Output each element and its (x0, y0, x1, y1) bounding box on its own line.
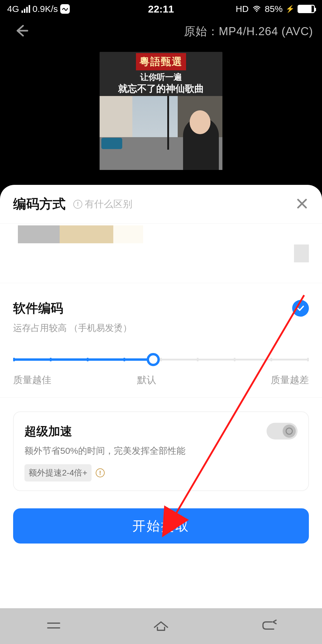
close-button[interactable] (295, 197, 309, 212)
nav-back-button[interactable] (259, 619, 278, 633)
quality-slider[interactable] (13, 353, 309, 366)
accel-subtitle: 额外节省50%的时间，完美发挥全部性能 (24, 445, 298, 457)
start-button-label: 开始提取 (132, 517, 190, 535)
original-format-label: 原始：MP4/H.264 (AVC) (184, 24, 313, 39)
back-button[interactable] (14, 23, 29, 39)
hd-label: HD (236, 4, 249, 14)
accel-title: 超级加速 (24, 423, 72, 439)
slider-labels: 质量越佳 默认 质量越差 (13, 374, 309, 387)
option-block (113, 225, 143, 243)
software-encode-title: 软件编码 (13, 300, 132, 317)
battery-percent: 85% (265, 4, 283, 14)
network-speed: 0.9K/s (32, 4, 58, 14)
start-extract-button[interactable]: 开始提取 (13, 508, 309, 544)
wifi-icon (252, 5, 262, 13)
slider-label-mid: 默认 (137, 374, 156, 387)
original-format-value: MP4/H.264 (AVC) (219, 25, 313, 38)
help-link[interactable]: ! 有什么区别 (73, 198, 132, 211)
sheet-header: 编码方式 ! 有什么区别 (0, 185, 322, 224)
status-left: 4G 0.9K/s (7, 4, 70, 14)
super-accel-card: 超级加速 额外节省50%的时间，完美发挥全部性能 额外提速2-4倍+ ! (13, 411, 309, 491)
status-right: HD 85% ⚡ (236, 4, 315, 14)
accel-badge: 额外提速2-4倍+ (24, 464, 92, 482)
status-bar: 4G 0.9K/s 22:11 HD 85% ⚡ (0, 0, 322, 18)
thumbnail-subtitle-1: 让你听一遍 (100, 72, 222, 83)
nav-recent-button[interactable] (44, 620, 63, 633)
system-nav-bar (0, 608, 322, 644)
info-icon: ! (73, 200, 82, 209)
top-bar: 原始：MP4/H.264 (AVC) (0, 18, 322, 45)
software-encode-section[interactable]: 软件编码 运存占用较高 （手机易发烫） 质量越佳 默认 质量越差 (0, 283, 322, 398)
thumbnail-title: 粵語甄選 (136, 53, 186, 70)
video-thumbnail[interactable]: 粵語甄選 让你听一遍 就忘不了的神仙歌曲 (100, 52, 222, 170)
svg-point-0 (256, 11, 257, 12)
thumbnail-scene (100, 96, 222, 170)
nav-home-button[interactable] (151, 618, 171, 634)
help-text: 有什么区别 (85, 198, 132, 211)
sheet-title: 编码方式 (13, 195, 66, 213)
network-type: 4G (7, 4, 19, 14)
option-block (294, 244, 309, 262)
slider-thumb[interactable] (147, 353, 160, 366)
slider-label-right: 质量越差 (271, 374, 309, 387)
app-indicator-icon (60, 4, 70, 14)
warning-icon[interactable]: ! (96, 468, 105, 477)
slider-label-left: 质量越佳 (13, 374, 51, 387)
signal-icon (21, 5, 30, 13)
option-block (18, 225, 60, 243)
accel-toggle[interactable] (267, 423, 298, 439)
status-time: 22:11 (148, 3, 174, 15)
selected-check-icon (292, 300, 309, 317)
format-options-row[interactable] (0, 224, 322, 283)
thumbnail-subtitle-2: 就忘不了的神仙歌曲 (100, 82, 222, 95)
battery-icon (298, 5, 315, 13)
charging-icon: ⚡ (286, 5, 295, 13)
software-encode-subtitle: 运存占用较高 （手机易发烫） (13, 322, 132, 334)
option-block (60, 225, 113, 243)
bottom-sheet: 编码方式 ! 有什么区别 软件编码 运存占用较高 （手机易发烫） (0, 185, 322, 644)
original-prefix: 原始： (184, 25, 219, 38)
